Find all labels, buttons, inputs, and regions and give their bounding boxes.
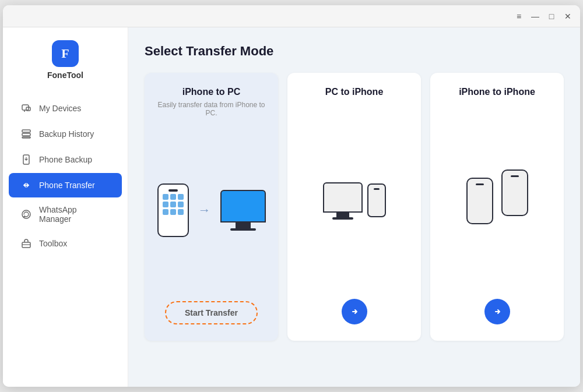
svg-rect-5 <box>22 133 30 136</box>
backup-history-icon <box>20 128 32 140</box>
sidebar-item-backup-history-label: Backup History <box>39 129 94 139</box>
cards-row: iPhone to PC Easily transfer data from i… <box>145 73 564 341</box>
nav-list: My Devices Backup History <box>3 90 128 387</box>
app-body: F FoneTool My Devices <box>3 27 580 387</box>
sidebar-item-phone-backup-label: Phone Backup <box>39 155 92 164</box>
iphone-to-iphone-arrow-button[interactable] <box>484 299 510 324</box>
pc-to-iphone-card: PC to iPhone <box>287 73 421 341</box>
app-logo-icon: F <box>52 40 79 67</box>
iphone-to-pc-title: iPhone to PC <box>182 87 241 97</box>
whatsapp-manager-icon <box>20 209 32 220</box>
sidebar-item-toolbox-label: Toolbox <box>39 239 67 248</box>
iphone-to-iphone-card: iPhone to iPhone <box>430 73 564 341</box>
svg-point-8 <box>22 210 30 218</box>
close-button[interactable]: ✕ <box>564 12 572 20</box>
page-title: Select Transfer Mode <box>145 44 564 59</box>
minimize-button[interactable]: — <box>531 12 539 20</box>
start-transfer-button[interactable]: Start Transfer <box>165 301 258 324</box>
app-name-label: FoneTool <box>47 70 83 80</box>
maximize-button[interactable]: □ <box>547 12 556 20</box>
sidebar-item-whatsapp-manager[interactable]: WhatsApp Manager <box>9 199 122 230</box>
logo-area: F FoneTool <box>3 27 128 90</box>
menu-button[interactable]: ≡ <box>515 12 523 20</box>
pc-to-iphone-arrow-button[interactable] <box>342 299 367 324</box>
sidebar-item-whatsapp-manager-label: WhatsApp Manager <box>39 205 110 224</box>
svg-rect-4 <box>22 130 30 132</box>
toolbox-icon <box>20 238 32 249</box>
sidebar-item-my-devices-label: My Devices <box>39 104 81 113</box>
sidebar-item-backup-history[interactable]: Backup History <box>9 122 122 146</box>
phone-transfer-icon <box>20 179 32 191</box>
sidebar-item-phone-transfer-label: Phone Transfer <box>39 181 95 190</box>
iphone-to-pc-illustration: → <box>156 131 266 289</box>
svg-text:F: F <box>61 46 69 61</box>
iphone-to-pc-card: iPhone to PC Easily transfer data from i… <box>145 73 278 341</box>
iphone-to-iphone-title: iPhone to iPhone <box>459 87 535 97</box>
my-devices-icon <box>20 103 32 114</box>
pc-to-iphone-title: PC to iPhone <box>325 87 384 97</box>
sidebar-item-toolbox[interactable]: Toolbox <box>9 231 122 256</box>
sidebar-item-my-devices[interactable]: My Devices <box>9 96 122 121</box>
title-bar: ≡ — □ ✕ <box>3 5 580 27</box>
sidebar-item-phone-transfer[interactable]: Phone Transfer <box>9 173 122 197</box>
main-content: Select Transfer Mode iPhone to PC Easily… <box>128 27 580 387</box>
svg-rect-6 <box>22 137 30 138</box>
iphone-to-iphone-illustration <box>442 115 552 287</box>
pc-to-iphone-illustration <box>299 115 409 287</box>
phone-backup-icon <box>20 154 32 165</box>
sidebar-item-phone-backup[interactable]: Phone Backup <box>9 147 122 172</box>
sidebar: F FoneTool My Devices <box>3 27 128 387</box>
iphone-to-pc-desc: Easily transfer data from iPhone to PC. <box>156 101 266 117</box>
app-window: ≡ — □ ✕ F FoneTool <box>3 5 580 387</box>
